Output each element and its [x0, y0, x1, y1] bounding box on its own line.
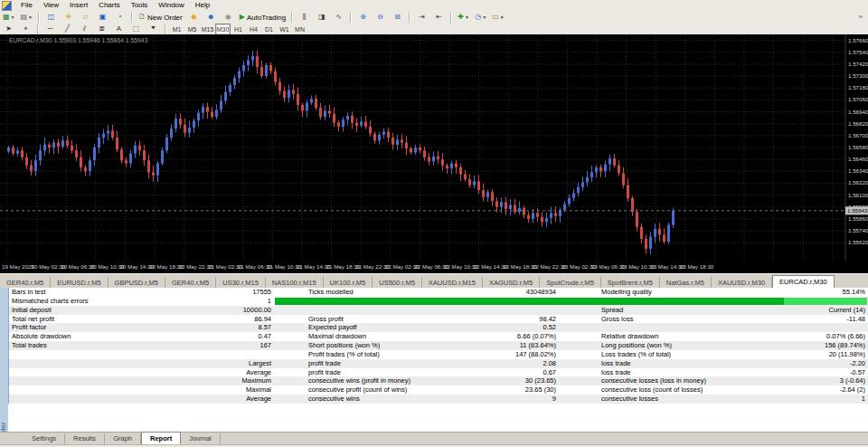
auto-scroll-button[interactable]: ⇥: [414, 12, 429, 24]
menu-item-tools[interactable]: Tools: [126, 1, 154, 9]
report-label: [599, 323, 825, 332]
shapes-dropdown[interactable]: ⯆: [146, 24, 161, 35]
menu-item-insert[interactable]: Insert: [64, 1, 93, 9]
price-axis-label: 1.55740: [848, 227, 868, 233]
candle: [405, 143, 408, 149]
templates-icon: ▭: [492, 13, 499, 22]
candlestick-chart[interactable]: 19 May 202520 May 02:3020 May 06:3020 Ma…: [0, 34, 868, 273]
timeframe-button-h4[interactable]: H4: [246, 24, 261, 35]
tile-windows-button[interactable]: ⊞: [390, 12, 405, 24]
new-order-button[interactable]: 🗋New Order: [137, 12, 184, 24]
price-axis-label: 1.56460: [848, 156, 868, 162]
toolbar-separator: [38, 13, 40, 23]
tester-tab-bar: SettingsResultsGraphReportJournal: [0, 432, 868, 444]
report-value: Current (14): [825, 306, 868, 315]
report-label: consecutive wins: [306, 395, 502, 404]
timeframe-button-h1[interactable]: H1: [231, 24, 246, 35]
metaeditor-button[interactable]: ◆: [186, 12, 202, 24]
tester-tab-journal[interactable]: Journal: [181, 433, 221, 444]
menu-item-help[interactable]: Help: [190, 1, 215, 9]
timeframe-button-w1[interactable]: W1: [277, 24, 292, 35]
report-row: Averageprofit trade0.67loss trade-0.57: [0, 368, 868, 377]
candle: [12, 147, 14, 154]
periods-button[interactable]: ◷▼: [473, 12, 488, 24]
report-value: 6.66 (0.07%): [502, 332, 556, 341]
candle: [482, 190, 485, 197]
line-chart-button[interactable]: ∿: [331, 12, 346, 24]
cursor-tool[interactable]: ➤: [1, 24, 16, 35]
timeframe-button-m1[interactable]: M1: [169, 24, 184, 35]
menu-item-window[interactable]: Window: [153, 1, 189, 9]
market-watch-button[interactable]: ◫: [43, 12, 59, 24]
menu-item-file[interactable]: File: [15, 1, 38, 9]
tester-tab-settings[interactable]: Settings: [24, 433, 65, 444]
report-value: Maximum: [214, 376, 271, 385]
bar-chart-button[interactable]: ⫼: [297, 12, 312, 24]
zoom-out-button[interactable]: ⊖: [373, 12, 388, 24]
report-value: 20 (11.98%): [825, 350, 868, 359]
new-chart-button[interactable]: ▦▼: [1, 12, 17, 24]
candlestick-chart-button[interactable]: ◨: [314, 12, 329, 24]
mt4-window: FileViewInsertChartsToolsWindowHelp ▦▼▤▼…: [0, 0, 868, 447]
timeframe-button-m15[interactable]: M15: [200, 24, 215, 35]
symbol-tab-eurcad-r-m30[interactable]: EURCAD.r,M30: [772, 275, 835, 289]
terminal-button[interactable]: ▣: [95, 12, 110, 24]
horizontal-line-tool[interactable]: ─: [42, 24, 58, 35]
toolbar-overflow-icon[interactable]: »: [859, 13, 863, 21]
price-axis-label: 1.55860: [848, 215, 868, 222]
profiles-button[interactable]: ▤▼: [19, 12, 35, 24]
experts-button[interactable]: ☻: [203, 12, 219, 24]
report-value: Average: [214, 368, 271, 377]
candle: [364, 121, 367, 126]
menu-item-view[interactable]: View: [38, 1, 64, 9]
price-axis-label: 1.56580: [848, 144, 868, 150]
candle: [315, 99, 317, 108]
timeframe-button-m5[interactable]: M5: [184, 24, 200, 35]
arrows-tool[interactable]: ⬚: [128, 24, 144, 35]
toolbar-separator: [37, 24, 39, 34]
report-value: 86.94: [214, 315, 271, 324]
scripts-button[interactable]: ◉: [221, 12, 236, 24]
zoom-in-button[interactable]: ⊕: [355, 12, 371, 24]
strategy-tester-button[interactable]: ◔: [112, 12, 127, 24]
trendline-tool[interactable]: ╱: [60, 24, 75, 35]
tester-tab-graph[interactable]: Graph: [105, 433, 141, 444]
candle: [224, 92, 227, 101]
candle: [658, 229, 661, 235]
report-gap: [556, 376, 599, 385]
report-label: [9, 350, 214, 359]
candle: [663, 234, 665, 242]
text-tool[interactable]: A: [111, 24, 127, 35]
strategy-tester-icon: ◔: [118, 13, 122, 22]
tester-tab-results[interactable]: Results: [65, 433, 105, 444]
candle: [495, 201, 498, 207]
candle: [649, 237, 652, 249]
candle: [165, 138, 168, 150]
navigator-icon: ▱: [82, 13, 88, 22]
indicators-button[interactable]: ✚▼: [456, 12, 471, 24]
report-label: Loss trades (% of total): [599, 350, 825, 359]
channel-tool[interactable]: ⫽: [77, 24, 92, 35]
data-window-button[interactable]: ✛: [61, 12, 76, 24]
autotrading-button[interactable]: ▶AutoTrading: [238, 12, 288, 24]
timeframe-button-m30[interactable]: M30: [215, 24, 231, 35]
tester-tab-report[interactable]: Report: [141, 432, 181, 444]
candle: [52, 143, 55, 147]
report-value: Largest: [214, 359, 271, 368]
candle: [672, 211, 675, 225]
navigator-button[interactable]: ▱: [78, 12, 93, 24]
timeframe-button-d1[interactable]: D1: [261, 24, 277, 35]
templates-button[interactable]: ▭▼: [490, 12, 506, 24]
report-row: Maximumconsecutive wins (profit in money…: [0, 376, 868, 385]
report-value: 43048934: [502, 288, 556, 297]
chart-area[interactable]: 19 May 202520 May 02:3020 May 06:3020 Ma…: [0, 34, 868, 273]
fibonacci-tool[interactable]: ≣: [94, 24, 109, 35]
chart-shift-button[interactable]: ⇤: [431, 12, 447, 24]
menu-item-charts[interactable]: Charts: [93, 1, 126, 9]
crosshair-tool[interactable]: ⌖: [18, 24, 33, 35]
candle: [654, 229, 656, 237]
price-axis-label: 1.57660: [848, 37, 868, 43]
candle: [184, 125, 186, 133]
report-label: Absolute drawdown: [9, 332, 214, 341]
timeframe-button-mn[interactable]: MN: [292, 24, 307, 35]
